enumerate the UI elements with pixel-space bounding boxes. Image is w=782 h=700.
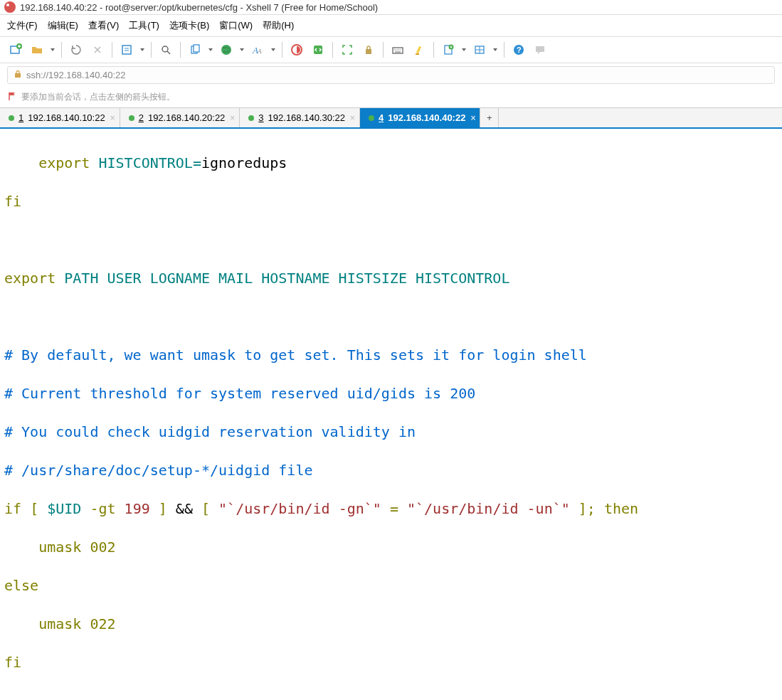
menu-tools[interactable]: 工具(T): [129, 19, 159, 32]
font-icon[interactable]: AA: [249, 41, 266, 58]
menu-tab[interactable]: 选项卡(B): [169, 19, 209, 32]
menu-edit[interactable]: 编辑(E): [48, 19, 78, 32]
reconnect-icon[interactable]: [68, 41, 85, 58]
search-icon[interactable]: [157, 41, 174, 58]
svg-point-3: [162, 46, 168, 52]
code-text: umask 022: [4, 615, 116, 632]
menu-window[interactable]: 窗口(W): [219, 19, 253, 32]
menu-bar: 文件(F) 编辑(E) 查看(V) 工具(T) 选项卡(B) 窗口(W) 帮助(…: [0, 15, 782, 37]
toolbar-separator: [61, 42, 62, 58]
code-text: -gt: [81, 500, 124, 517]
tab-index: 3: [258, 112, 263, 123]
address-text: ssh://192.168.140.40:22: [26, 70, 126, 80]
title-bar: 192.168.140.40:22 - root@server:/opt/kub…: [0, 0, 782, 15]
code-text: [: [21, 500, 47, 517]
code-keyword: export: [4, 154, 90, 171]
svg-text:?: ?: [517, 46, 522, 54]
svg-text:A: A: [257, 48, 262, 55]
code-keyword: fi: [4, 654, 21, 671]
help-icon[interactable]: ?: [510, 41, 527, 58]
address-bar: ssh://192.168.140.40:22: [0, 63, 782, 87]
tab-bar: 1 192.168.140.10:22 × 2 192.168.140.20:2…: [0, 107, 782, 129]
code-string: "`/usr/bin/id -gn`": [218, 500, 381, 517]
close-icon[interactable]: ×: [350, 113, 355, 123]
close-icon[interactable]: ×: [110, 113, 115, 123]
toolbar: AA ?: [0, 37, 782, 63]
layout-dropdown[interactable]: [492, 41, 498, 58]
code-keyword: else: [4, 577, 38, 594]
tab-index: 2: [139, 112, 144, 123]
toolbar-separator: [112, 42, 112, 58]
status-dot-icon: [369, 115, 374, 121]
flag-icon: [7, 91, 17, 103]
xftp-icon[interactable]: [310, 41, 327, 58]
svg-rect-5: [194, 45, 199, 52]
code-var: HISTCONTROL=: [90, 154, 201, 171]
open-folder-icon[interactable]: [28, 41, 46, 58]
properties-icon[interactable]: [118, 41, 135, 58]
font-dropdown[interactable]: [270, 41, 276, 58]
keyboard-icon[interactable]: [389, 41, 406, 58]
svg-point-6: [221, 45, 231, 55]
close-icon[interactable]: ×: [230, 113, 235, 123]
code-text: ];: [570, 500, 604, 517]
code-comment: # Current threshold for system reserved …: [4, 385, 475, 402]
terminal-output[interactable]: export HISTCONTROL=ignoredups fi export …: [0, 129, 782, 700]
session-tab-3[interactable]: 3 192.168.140.30:22 ×: [240, 108, 360, 127]
toolbar-separator: [180, 42, 181, 58]
chat-icon[interactable]: [532, 41, 549, 58]
code-keyword: fi: [4, 193, 21, 210]
xshell-logo-icon: [4, 1, 16, 13]
toolbar-separator: [282, 42, 282, 58]
status-dot-icon: [9, 115, 14, 121]
toolbar-separator: [383, 42, 384, 58]
info-bar: 要添加当前会话，点击左侧的箭头按钮。: [0, 87, 782, 107]
toolbar-separator: [151, 42, 152, 58]
toolbar-separator: [504, 42, 504, 58]
address-input[interactable]: ssh://192.168.140.40:22: [7, 66, 775, 84]
menu-file[interactable]: 文件(F): [7, 19, 38, 32]
menu-view[interactable]: 查看(V): [88, 19, 119, 32]
tab-index: 1: [19, 112, 23, 123]
tab-label: 192.168.140.20:22: [148, 112, 225, 123]
code-comment: # /usr/share/doc/setup-*/uidgid file: [4, 462, 312, 479]
code-number: 199: [125, 500, 150, 517]
add-tab-button[interactable]: +: [480, 108, 499, 127]
tab-label: 192.168.140.30:22: [268, 112, 345, 123]
lock-icon[interactable]: [360, 41, 377, 58]
status-dot-icon: [248, 115, 254, 121]
menu-help[interactable]: 帮助(H): [263, 19, 294, 32]
highlight-icon[interactable]: [411, 41, 428, 58]
open-dropdown[interactable]: [50, 41, 56, 58]
new-session-icon[interactable]: [7, 41, 24, 58]
new-file-icon[interactable]: [440, 41, 457, 58]
info-text: 要添加当前会话，点击左侧的箭头按钮。: [21, 91, 175, 103]
code-text: umask 002: [4, 539, 116, 556]
svg-rect-18: [15, 73, 21, 78]
copy-dropdown[interactable]: [208, 41, 213, 58]
tab-label: 192.168.140.40:22: [388, 112, 465, 123]
disconnect-icon[interactable]: [89, 41, 106, 58]
status-dot-icon: [129, 115, 134, 121]
tab-label: 192.168.140.10:22: [28, 112, 105, 123]
copy-icon[interactable]: [186, 41, 204, 58]
code-comment: # You could check uidgid reservation val…: [4, 423, 416, 440]
session-tab-1[interactable]: 1 192.168.140.10:22 ×: [0, 108, 120, 127]
session-tab-4[interactable]: 4 192.168.140.40:22 ×: [360, 108, 480, 127]
toolbar-separator: [433, 42, 434, 58]
newfile-dropdown[interactable]: [461, 41, 467, 58]
xagent-icon[interactable]: [288, 41, 305, 58]
svg-rect-11: [366, 49, 371, 54]
code-keyword: if: [4, 500, 21, 517]
session-tab-2[interactable]: 2 192.168.140.20:22 ×: [120, 108, 241, 127]
fullscreen-icon[interactable]: [339, 41, 356, 58]
code-var: PATH USER LOGNAME MAIL HOSTNAME HISTSIZE…: [56, 270, 509, 287]
layout-icon[interactable]: [471, 41, 488, 58]
globe-icon[interactable]: [218, 41, 235, 58]
properties-dropdown[interactable]: [139, 41, 145, 58]
ssl-lock-icon: [14, 70, 22, 80]
close-icon[interactable]: ×: [470, 113, 475, 123]
code-comment: # By default, we want umask to get set. …: [4, 346, 587, 364]
globe-dropdown[interactable]: [239, 41, 245, 58]
code-text: ignoredups: [201, 154, 287, 171]
